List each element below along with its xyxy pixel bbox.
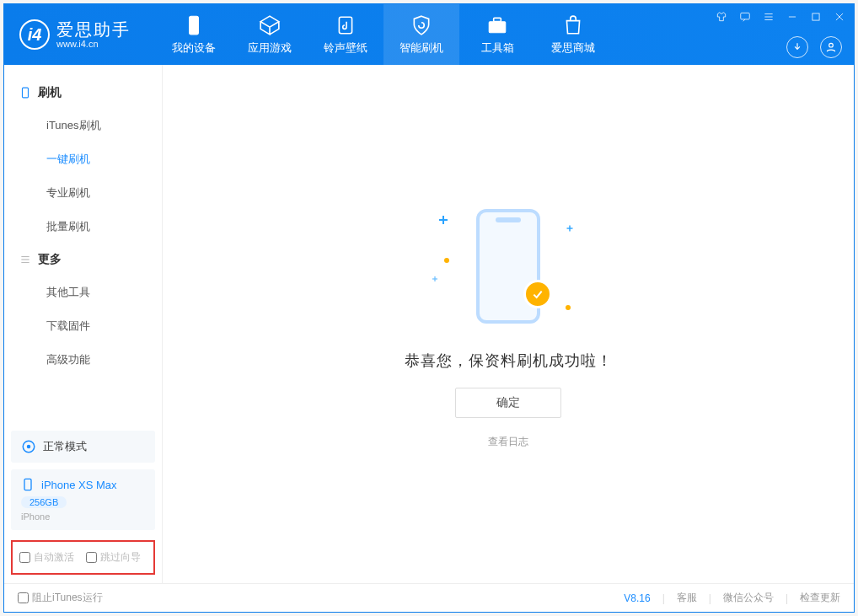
header-right-actions bbox=[786, 36, 842, 58]
dot-icon bbox=[566, 305, 571, 310]
sidebar-item-download-firmware[interactable]: 下载固件 bbox=[4, 309, 162, 343]
nav-store[interactable]: 爱思商城 bbox=[535, 4, 611, 65]
shield-refresh-icon bbox=[410, 13, 433, 37]
sparkle-icon bbox=[567, 226, 573, 232]
statusbar-left: 阻止iTunes运行 bbox=[18, 591, 103, 605]
minimize-icon[interactable] bbox=[785, 9, 800, 24]
nav-label: 我的设备 bbox=[172, 40, 216, 56]
version-label: V8.16 bbox=[624, 592, 650, 604]
success-message: 恭喜您，保资料刷机成功啦！ bbox=[405, 351, 613, 371]
dot-icon bbox=[444, 258, 449, 263]
device-name-line: iPhone XS Max bbox=[21, 478, 145, 491]
main-panel: 恭喜您，保资料刷机成功啦！ 确定 查看日志 bbox=[163, 65, 854, 583]
music-file-icon bbox=[334, 13, 357, 37]
nav-label: 铃声壁纸 bbox=[324, 40, 367, 56]
main-nav: 我的设备 应用游戏 铃声壁纸 智能刷机 工具箱 爱思商城 bbox=[156, 4, 611, 65]
device-icon bbox=[182, 13, 206, 37]
svg-rect-0 bbox=[190, 16, 199, 35]
nav-label: 工具箱 bbox=[481, 40, 514, 56]
svg-rect-9 bbox=[812, 13, 819, 20]
group-label: 刷机 bbox=[38, 85, 62, 100]
device-name: iPhone XS Max bbox=[41, 479, 117, 491]
sidebar-checkbox-row: 自动激活 跳过向导 bbox=[11, 540, 155, 575]
nav-toolbox[interactable]: 工具箱 bbox=[459, 4, 535, 65]
close-icon[interactable] bbox=[832, 9, 847, 24]
group-label: 更多 bbox=[38, 252, 62, 267]
chk-label: 跳过向导 bbox=[100, 550, 141, 565]
bag-icon bbox=[561, 13, 585, 37]
feedback-icon[interactable] bbox=[737, 9, 753, 24]
nav-ringtones-wallpapers[interactable]: 铃声壁纸 bbox=[308, 4, 383, 65]
skin-icon[interactable] bbox=[714, 9, 729, 24]
sidebar: 刷机 iTunes刷机 一键刷机 专业刷机 批量刷机 更多 其他工具 下载固件 … bbox=[4, 65, 163, 583]
confirm-button[interactable]: 确定 bbox=[455, 388, 561, 418]
app-title: 爱思助手 bbox=[56, 20, 131, 39]
sidebar-item-pro-flash[interactable]: 专业刷机 bbox=[4, 176, 162, 210]
customer-service-link[interactable]: 客服 bbox=[677, 591, 697, 605]
svg-rect-3 bbox=[494, 18, 501, 21]
svg-point-12 bbox=[829, 43, 834, 47]
svg-rect-19 bbox=[24, 479, 31, 490]
statusbar-right: V8.16 | 客服 | 微信公众号 | 检查更新 bbox=[624, 591, 840, 605]
sparkle-icon bbox=[432, 276, 437, 281]
logo-text: 爱思助手 www.i4.cn bbox=[56, 20, 131, 49]
device-type: iPhone bbox=[21, 512, 145, 522]
nav-my-device[interactable]: 我的设备 bbox=[156, 4, 232, 65]
chk-label: 自动激活 bbox=[34, 550, 74, 565]
separator: | bbox=[786, 592, 788, 604]
separator: | bbox=[709, 592, 711, 604]
sidebar-item-advanced[interactable]: 高级功能 bbox=[4, 343, 162, 377]
phone-outline-icon bbox=[19, 87, 31, 99]
device-storage-badge: 256GB bbox=[21, 496, 67, 508]
checkbox-auto-activate[interactable]: 自动激活 bbox=[19, 550, 74, 565]
sidebar-group-more[interactable]: 更多 bbox=[4, 244, 162, 276]
sidebar-item-other-tools[interactable]: 其他工具 bbox=[4, 276, 162, 309]
sidebar-item-one-key-flash[interactable]: 一键刷机 bbox=[4, 142, 162, 176]
svg-point-18 bbox=[27, 445, 31, 449]
phone-small-icon bbox=[21, 478, 35, 491]
svg-rect-4 bbox=[741, 13, 750, 19]
sidebar-device-card[interactable]: iPhone XS Max 256GB iPhone bbox=[11, 469, 155, 530]
nav-smart-flash[interactable]: 智能刷机 bbox=[383, 4, 459, 65]
sidebar-mode-status[interactable]: 正常模式 bbox=[11, 431, 155, 463]
sidebar-item-batch-flash[interactable]: 批量刷机 bbox=[4, 210, 162, 244]
app-subtitle: www.i4.cn bbox=[56, 39, 131, 49]
svg-rect-13 bbox=[23, 88, 29, 98]
svg-rect-2 bbox=[489, 22, 506, 33]
statusbar: 阻止iTunes运行 V8.16 | 客服 | 微信公众号 | 检查更新 bbox=[4, 583, 854, 612]
body: 刷机 iTunes刷机 一键刷机 专业刷机 批量刷机 更多 其他工具 下载固件 … bbox=[4, 65, 854, 583]
toolbox-icon bbox=[485, 13, 509, 37]
sparkle-icon bbox=[439, 216, 448, 224]
mode-icon bbox=[21, 439, 36, 454]
svg-rect-1 bbox=[339, 17, 351, 34]
mode-label: 正常模式 bbox=[43, 439, 87, 454]
chk-label: 阻止iTunes运行 bbox=[32, 591, 103, 605]
window-controls bbox=[714, 9, 847, 24]
cube-icon bbox=[258, 13, 282, 37]
check-update-link[interactable]: 检查更新 bbox=[800, 591, 840, 605]
list-icon bbox=[19, 254, 31, 265]
nav-label: 应用游戏 bbox=[248, 40, 292, 56]
nav-label: 爱思商城 bbox=[551, 40, 595, 56]
logo-icon: i4 bbox=[19, 19, 50, 50]
menu-icon[interactable] bbox=[761, 9, 776, 24]
account-button[interactable] bbox=[820, 36, 842, 58]
maximize-icon[interactable] bbox=[808, 9, 823, 24]
nav-label: 智能刷机 bbox=[400, 40, 443, 56]
checkmark-badge-icon bbox=[523, 280, 552, 308]
view-log-link[interactable]: 查看日志 bbox=[488, 435, 528, 449]
success-illustration bbox=[424, 199, 593, 334]
separator: | bbox=[662, 592, 665, 604]
nav-apps-games[interactable]: 应用游戏 bbox=[232, 4, 308, 65]
logo-block: i4 爱思助手 www.i4.cn bbox=[4, 19, 156, 50]
download-button[interactable] bbox=[786, 36, 808, 58]
sidebar-scroll: 刷机 iTunes刷机 一键刷机 专业刷机 批量刷机 更多 其他工具 下载固件 … bbox=[4, 65, 162, 424]
sidebar-item-itunes-flash[interactable]: iTunes刷机 bbox=[4, 109, 162, 142]
app-window: i4 爱思助手 www.i4.cn 我的设备 应用游戏 铃声壁纸 智能刷机 工具… bbox=[3, 3, 855, 613]
checkbox-skip-guide[interactable]: 跳过向导 bbox=[86, 550, 141, 565]
sidebar-group-flash[interactable]: 刷机 bbox=[4, 77, 162, 109]
titlebar: i4 爱思助手 www.i4.cn 我的设备 应用游戏 铃声壁纸 智能刷机 工具… bbox=[4, 4, 854, 65]
wechat-link[interactable]: 微信公众号 bbox=[723, 591, 774, 605]
checkbox-block-itunes[interactable]: 阻止iTunes运行 bbox=[18, 591, 103, 605]
